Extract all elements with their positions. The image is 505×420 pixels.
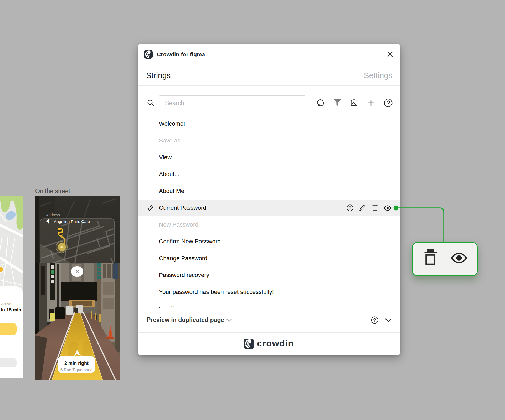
svg-text:Address: Address xyxy=(46,213,60,217)
svg-text:6 Rue Tiquetonne: 6 Rue Tiquetonne xyxy=(60,367,92,372)
svg-text:Angelina Paris Cafe: Angelina Paris Cafe xyxy=(54,219,90,224)
svg-text:2 min right: 2 min right xyxy=(64,361,89,366)
svg-text:in 15 min: in 15 min xyxy=(1,307,21,313)
svg-text:Arrival: Arrival xyxy=(1,301,12,306)
